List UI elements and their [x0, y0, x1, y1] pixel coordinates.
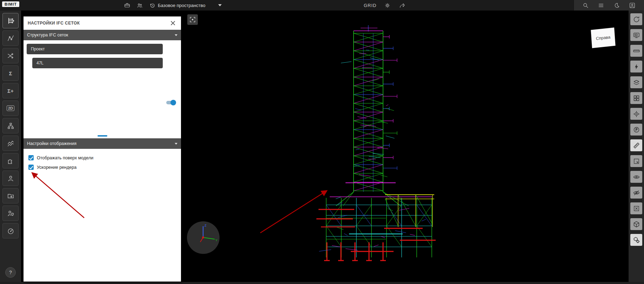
section-structure-header[interactable]: Структура IFC сеток	[24, 30, 181, 40]
caret-down-icon	[175, 34, 177, 36]
2d-icon: 2D	[7, 105, 14, 111]
section-structure-title: Структура IFC сеток	[27, 33, 68, 37]
menu-list-icon	[598, 2, 604, 9]
history-button[interactable]	[148, 1, 156, 9]
gear-icon	[384, 2, 391, 9]
share-button[interactable]	[398, 1, 406, 9]
deselect-icon	[633, 205, 640, 212]
tool-marker[interactable]	[630, 124, 642, 136]
view-cube-face[interactable]: Справа	[591, 28, 615, 48]
cube-settings-icon	[633, 236, 640, 244]
sidebar-item-user-location[interactable]	[2, 206, 19, 221]
selection-box-icon	[633, 158, 640, 165]
tool-orbit[interactable]	[630, 13, 642, 25]
caret-down-icon	[175, 143, 177, 145]
orbit-refresh-icon	[633, 16, 640, 23]
team-button[interactable]	[136, 1, 143, 9]
team-icon	[136, 2, 143, 9]
sidebar-item-shuffle[interactable]	[2, 48, 19, 63]
screen-fit-icon	[633, 32, 640, 39]
axis-z-label: Z	[204, 224, 207, 227]
sidebar-item-sigma-plus[interactable]: Σ+	[2, 83, 19, 98]
navigation-gizmo[interactable]: Z Y	[187, 221, 220, 254]
panel-header: НАСТРОЙКИ IFC СЕТОК	[24, 16, 181, 30]
tree-item-project[interactable]: Проект	[27, 44, 163, 54]
horizontal-scrollbar[interactable]	[98, 135, 107, 137]
focus-target-icon	[189, 16, 196, 23]
checkbox-render-acceleration[interactable]	[28, 165, 34, 170]
tool-selection-box[interactable]	[630, 155, 642, 167]
ifc-tree-area: Проект 47L	[24, 40, 181, 138]
sidebar-item-sigma[interactable]: Σ	[2, 65, 19, 81]
tool-section-planes[interactable]	[630, 76, 642, 88]
toolbox-button[interactable]	[123, 1, 131, 9]
sidebar-item-structure-tree[interactable]	[2, 13, 19, 28]
checkbox-overlay-model[interactable]	[28, 155, 34, 160]
toolbox-icon	[124, 2, 130, 9]
help-button[interactable]: ?	[5, 267, 16, 278]
app-logo[interactable]: BIMIT	[2, 1, 19, 7]
bottom-bar	[0, 282, 644, 284]
tool-show[interactable]	[630, 171, 642, 183]
workspace-selector[interactable]: Базовое пространство	[158, 0, 222, 11]
org-chart-icon	[7, 122, 15, 130]
close-panel-button[interactable]	[169, 19, 177, 27]
profile-button[interactable]	[629, 1, 636, 9]
history-clock-icon	[149, 2, 156, 9]
toggle-knob	[170, 100, 176, 105]
puzzle-icon	[7, 157, 15, 165]
tool-cube[interactable]	[630, 218, 642, 230]
grid-settings-button[interactable]	[384, 1, 391, 9]
sidebar-item-shared-projects[interactable]	[2, 188, 19, 203]
tree-item-47l-label: 47L	[36, 61, 43, 65]
tool-cube-settings[interactable]	[630, 234, 642, 246]
polyline-icon	[7, 34, 15, 42]
axis-y-label: Y	[215, 238, 217, 242]
marker-flag-icon	[633, 126, 640, 133]
gauge-icon	[7, 227, 15, 235]
gizmo-axes: Z Y	[187, 221, 220, 254]
tool-ruler[interactable]	[630, 45, 642, 57]
caret-down-icon	[218, 4, 222, 6]
section-planes-icon	[633, 79, 640, 86]
sidebar-item-polyline[interactable]	[2, 30, 19, 46]
topbar-left-icons	[123, 0, 156, 11]
sigma-plus-icon: Σ+	[7, 88, 14, 94]
sidebar-item-org-chart[interactable]	[2, 118, 19, 133]
shuffle-icon	[7, 52, 15, 60]
checkbox-row-render-acceleration[interactable]: Ускорение рендера	[24, 162, 181, 172]
theme-button[interactable]	[613, 1, 620, 9]
app-logo-text: BIMIT	[5, 2, 17, 6]
structure-tree-icon	[7, 17, 15, 25]
sidebar-item-2d[interactable]: 2D	[2, 101, 19, 116]
search-button[interactable]	[582, 1, 589, 9]
menu-list-button[interactable]	[597, 1, 605, 9]
section-display-header[interactable]: Настройки отображения	[24, 138, 181, 149]
display-settings-area: Отображать поверх модели Ускорение ренде…	[24, 149, 181, 282]
cube-icon	[633, 221, 640, 228]
search-icon	[582, 2, 589, 9]
tool-flash[interactable]	[630, 61, 642, 72]
sidebar-item-charts[interactable]	[2, 136, 19, 151]
locate-icon	[633, 110, 640, 118]
toggle-47l-visibility[interactable]	[166, 101, 175, 104]
folder-share-icon	[7, 192, 15, 200]
tree-item-47l[interactable]: 47L	[32, 58, 163, 68]
sigma-icon: Σ	[9, 70, 12, 76]
flash-icon	[633, 63, 640, 70]
tool-hide[interactable]	[630, 187, 642, 199]
checkbox-row-overlay-model[interactable]: Отображать поверх модели	[24, 153, 181, 162]
tool-deselect[interactable]	[630, 202, 642, 214]
tool-measure-diagonal[interactable]	[630, 139, 642, 151]
tool-screen-fit[interactable]	[630, 29, 642, 41]
sidebar-item-users[interactable]	[2, 171, 19, 186]
tool-grid-layout[interactable]	[630, 92, 642, 104]
moon-icon	[613, 2, 620, 9]
sidebar-item-dashboard[interactable]	[2, 223, 19, 238]
ifc-grids-panel: НАСТРОЙКИ IFC СЕТОК Структура IFC сеток …	[24, 16, 181, 282]
checkbox-overlay-model-label: Отображать поверх модели	[37, 155, 93, 160]
topbar: BIMIT Базо	[0, 0, 644, 11]
sidebar-item-plugins[interactable]	[2, 153, 19, 168]
tool-locate[interactable]	[630, 108, 642, 120]
focus-view-button[interactable]	[187, 14, 198, 25]
